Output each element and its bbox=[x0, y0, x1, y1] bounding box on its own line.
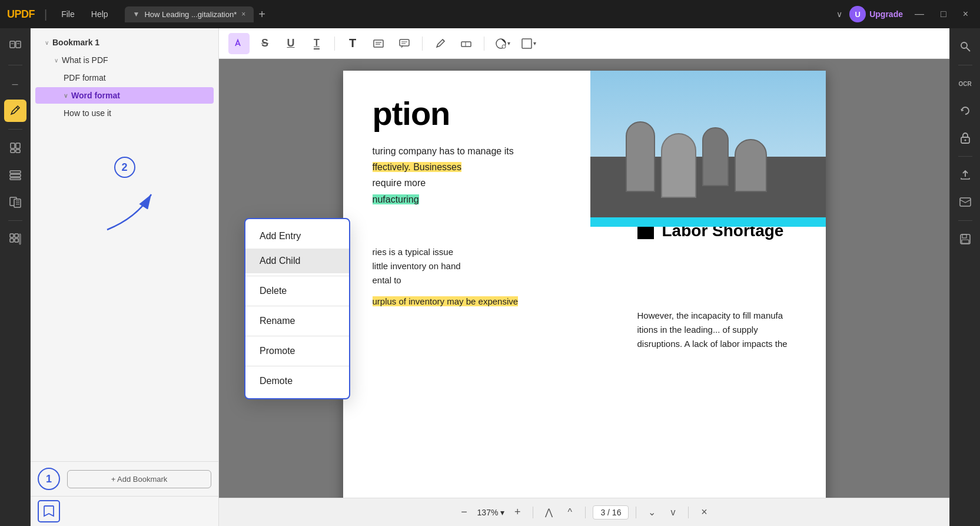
zoom-in-button[interactable]: + bbox=[509, 504, 526, 521]
bookmark-label: Word format bbox=[71, 91, 120, 100]
bookmark-item-word-format[interactable]: ∨ Word format bbox=[35, 87, 214, 104]
context-menu-add-entry[interactable]: Add Entry bbox=[245, 224, 349, 249]
right-sidebar-divider-3 bbox=[958, 220, 972, 221]
toolbar-separator-1 bbox=[334, 37, 335, 51]
svg-rect-38 bbox=[960, 198, 971, 206]
silo-4 bbox=[735, 139, 767, 192]
close-button[interactable]: × bbox=[958, 6, 973, 22]
step-2-circle: 2 bbox=[114, 157, 135, 178]
pdf-image-container bbox=[590, 71, 826, 227]
rotate-icon[interactable] bbox=[954, 100, 976, 122]
context-menu-demote[interactable]: Demote bbox=[245, 369, 349, 393]
lock-icon[interactable] bbox=[954, 127, 976, 149]
svg-rect-26 bbox=[400, 39, 409, 46]
nav-last-button[interactable]: v bbox=[665, 504, 681, 521]
tab-dropdown-button[interactable]: ∨ bbox=[836, 9, 842, 19]
left-icon-sidebar: – bbox=[0, 28, 31, 526]
active-tab[interactable]: ▼ How Leading ...gitalization* × bbox=[125, 6, 254, 22]
sidebar-icon-reader[interactable] bbox=[4, 35, 26, 58]
context-menu-add-child[interactable]: Add Child bbox=[245, 249, 349, 273]
tab-title: How Leading ...gitalization* bbox=[144, 10, 237, 19]
sidebar-icon-bookmark[interactable] bbox=[4, 228, 26, 250]
minimize-button[interactable]: — bbox=[910, 6, 929, 22]
context-menu-promote[interactable]: Promote bbox=[245, 339, 349, 363]
shape-tool[interactable]: ▾ bbox=[517, 33, 539, 54]
highlight-yellow-2: urplus of inventory may be expensive bbox=[373, 296, 519, 306]
labor-body-1: However, the incapacity to fill manufa bbox=[637, 309, 796, 323]
comment-tool[interactable] bbox=[394, 33, 415, 54]
pencil-tool[interactable] bbox=[430, 33, 451, 54]
current-page: 3 bbox=[600, 508, 605, 517]
mail-icon[interactable] bbox=[954, 191, 976, 213]
svg-rect-0 bbox=[10, 41, 15, 48]
underline-tool[interactable]: U bbox=[280, 33, 301, 54]
color-picker-tool[interactable]: ▾ bbox=[491, 33, 513, 54]
context-menu-rename[interactable]: Rename bbox=[245, 309, 349, 333]
add-bookmark-button[interactable]: + Add Bookmark bbox=[67, 470, 211, 488]
nav-prev-button[interactable]: ^ bbox=[562, 504, 578, 521]
context-menu-separator-3 bbox=[245, 336, 349, 336]
sidebar-divider-1 bbox=[8, 65, 22, 65]
app-logo: UPDF bbox=[7, 8, 35, 21]
context-menu-separator-2 bbox=[245, 306, 349, 306]
highlight-tool[interactable] bbox=[228, 33, 250, 54]
new-tab-button[interactable]: + bbox=[258, 8, 265, 21]
ground-bg bbox=[590, 157, 826, 227]
strikethrough-tool[interactable]: S bbox=[254, 33, 275, 54]
bottom-bar-close-button[interactable]: × bbox=[696, 504, 712, 521]
bookmark-item-what-is-pdf[interactable]: ∨ What is PDF bbox=[35, 52, 214, 68]
pdf-image bbox=[590, 71, 826, 227]
svg-rect-20 bbox=[19, 234, 21, 244]
zoom-dropdown-icon[interactable]: ▾ bbox=[500, 508, 504, 517]
avatar: U bbox=[849, 6, 866, 22]
step-1-number: 1 bbox=[46, 473, 52, 485]
menu-help[interactable]: Help bbox=[87, 7, 113, 21]
chevron-icon: ∨ bbox=[54, 57, 58, 64]
zoom-out-button[interactable]: − bbox=[456, 504, 473, 521]
labor-body-3: disruptions. A lack of labor impacts the bbox=[637, 337, 796, 351]
bookmark-label: Bookmark 1 bbox=[52, 38, 99, 47]
bookmark-icon-button[interactable] bbox=[38, 500, 60, 522]
toolbar-separator-3 bbox=[484, 37, 484, 51]
bookmark-footer: 1 + Add Bookmark bbox=[31, 461, 218, 496]
right-sidebar-divider-2 bbox=[958, 156, 972, 157]
text-underline-tool[interactable]: T bbox=[306, 33, 327, 54]
maximize-button[interactable]: □ bbox=[936, 6, 951, 22]
sidebar-icon-annotate[interactable] bbox=[4, 100, 26, 122]
circle-1-container: 1 bbox=[38, 468, 60, 490]
sidebar-icon-edit[interactable]: – bbox=[4, 72, 26, 95]
svg-rect-17 bbox=[10, 239, 14, 242]
sidebar-divider-2 bbox=[8, 129, 22, 130]
sidebar-icon-pages[interactable] bbox=[4, 137, 26, 159]
text-box-tool[interactable] bbox=[368, 33, 389, 54]
sidebar-icon-organize[interactable] bbox=[4, 164, 26, 186]
toolbar-separator-2 bbox=[422, 37, 423, 51]
title-right-controls: ∨ U Upgrade — □ × bbox=[832, 6, 973, 22]
silo-1 bbox=[626, 121, 655, 192]
svg-rect-41 bbox=[962, 240, 969, 243]
ocr-icon[interactable]: OCR bbox=[954, 72, 976, 95]
context-menu-delete[interactable]: Delete bbox=[245, 279, 349, 303]
text-tool[interactable]: T bbox=[342, 33, 363, 54]
sidebar-icon-convert[interactable] bbox=[4, 191, 26, 213]
svg-rect-5 bbox=[16, 143, 20, 148]
search-icon[interactable] bbox=[954, 35, 976, 58]
pdf-page: ption bbox=[343, 71, 826, 498]
bookmark-item-bookmark1[interactable]: ∨ Bookmark 1 bbox=[35, 34, 214, 51]
pdf-body-5: ries is a typical issue bbox=[373, 245, 632, 259]
bookmark-item-how-to-use[interactable]: How to use it bbox=[35, 105, 214, 121]
svg-rect-8 bbox=[10, 171, 21, 173]
save-icon[interactable] bbox=[954, 228, 976, 250]
tab-close-button[interactable]: × bbox=[241, 10, 245, 18]
labor-body-2: itions in the leading... of supply bbox=[637, 323, 796, 337]
bookmark-tree: ∨ Bookmark 1 ∨ What is PDF PDF format ∨ … bbox=[31, 28, 218, 461]
upgrade-button[interactable]: U Upgrade bbox=[849, 6, 903, 22]
bookmark-item-pdf-format[interactable]: PDF format bbox=[35, 70, 214, 86]
menu-file[interactable]: File bbox=[57, 7, 79, 21]
nav-next-button[interactable]: ⌄ bbox=[643, 504, 660, 521]
nav-first-button[interactable]: ⋀ bbox=[540, 504, 557, 521]
export-icon[interactable] bbox=[954, 164, 976, 186]
page-display: 3 / 16 bbox=[593, 505, 629, 520]
eraser-tool[interactable] bbox=[456, 33, 477, 54]
upgrade-label: Upgrade bbox=[869, 9, 903, 19]
